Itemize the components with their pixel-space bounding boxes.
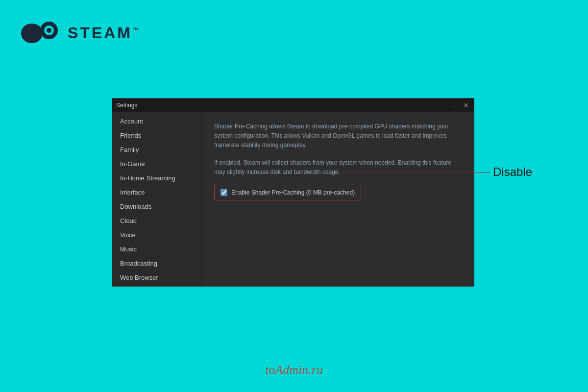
- svg-rect-4: [30, 31, 41, 35]
- sidebar-item-controller[interactable]: Controller: [112, 285, 204, 286]
- sidebar-item-ingame[interactable]: In-Game: [112, 157, 204, 171]
- sidebar-item-music[interactable]: Music: [112, 242, 204, 256]
- sidebar-item-interface[interactable]: Interface: [112, 185, 204, 199]
- annotation-line: [345, 172, 490, 172]
- shader-precaching-text: Enable Shader Pre-Caching (0 MB pre-cach…: [231, 189, 355, 196]
- title-bar: Settings — ✕: [112, 98, 474, 112]
- disable-label: Disable: [493, 165, 532, 179]
- shader-precaching-checkbox[interactable]: [220, 189, 227, 196]
- sidebar-item-friends[interactable]: Friends: [112, 128, 204, 143]
- sidebar-item-webbrowser[interactable]: Web Browser: [112, 270, 204, 285]
- close-button[interactable]: ✕: [462, 102, 470, 109]
- settings-window: Settings — ✕ Account Friends Family In-G…: [112, 98, 474, 287]
- description-paragraph-1: Shader Pre-Caching allows Steam to downl…: [214, 122, 464, 150]
- title-bar-controls: — ✕: [451, 102, 470, 109]
- steam-logo: STEAM™: [20, 20, 141, 47]
- svg-point-3: [47, 28, 51, 33]
- minimize-button[interactable]: —: [451, 102, 459, 109]
- sidebar-item-inhomestreaming[interactable]: In-Home Streaming: [112, 171, 204, 185]
- sidebar-item-broadcasting[interactable]: Broadcasting: [112, 256, 204, 270]
- sidebar-item-family[interactable]: Family: [112, 143, 204, 157]
- watermark: toAdmin.ru: [265, 363, 323, 377]
- shader-precaching-checkbox-container: Enable Shader Pre-Caching (0 MB pre-cach…: [214, 185, 361, 200]
- sidebar-item-downloads[interactable]: Downloads: [112, 199, 204, 214]
- steam-logo-text: STEAM™: [68, 24, 141, 42]
- disable-annotation: Disable: [345, 165, 532, 179]
- sidebar: Account Friends Family In-Game In-Home S…: [112, 112, 204, 286]
- sidebar-item-account[interactable]: Account: [112, 114, 204, 128]
- window-title: Settings: [116, 102, 137, 109]
- sidebar-item-voice[interactable]: Voice: [112, 228, 204, 242]
- sidebar-item-cloud[interactable]: Cloud: [112, 214, 204, 228]
- content-area: Shader Pre-Caching allows Steam to downl…: [204, 112, 474, 286]
- shader-precaching-label[interactable]: Enable Shader Pre-Caching (0 MB pre-cach…: [220, 189, 355, 196]
- window-body: Account Friends Family In-Game In-Home S…: [112, 112, 474, 286]
- steam-logo-icon: [20, 20, 64, 47]
